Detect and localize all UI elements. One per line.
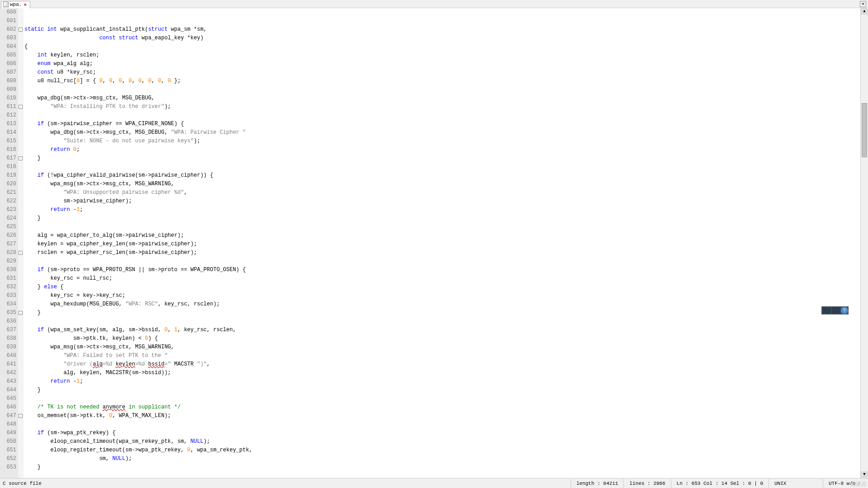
code-line[interactable]: { bbox=[24, 42, 860, 51]
code-line[interactable]: } bbox=[24, 463, 860, 472]
code-line[interactable] bbox=[24, 111, 860, 120]
code-line[interactable] bbox=[24, 317, 860, 326]
code-line[interactable]: "WPA: Unsupported pairwise cipher %d", bbox=[24, 188, 860, 197]
code-line[interactable]: key_rsc = key->key_rsc; bbox=[24, 291, 860, 300]
code-view[interactable]: static int wpa_supplicant_install_ptk(st… bbox=[24, 8, 860, 478]
line-number-gutter: 6006016026036046056066076086096106116126… bbox=[0, 8, 18, 478]
scroll-down-arrow[interactable]: ▼ bbox=[861, 471, 868, 478]
code-line[interactable]: "Suite: NONE - do not use pairwise keys"… bbox=[24, 137, 860, 145]
status-length: length : 84211 bbox=[571, 479, 623, 488]
fold-toggle[interactable]: - bbox=[19, 414, 23, 418]
code-line[interactable]: sm->ptk.tk, keylen) < 0) { bbox=[24, 334, 860, 343]
floating-widget[interactable]: ? bbox=[821, 306, 849, 314]
file-tab[interactable]: wpa. × bbox=[1, 1, 30, 8]
code-line[interactable]: keylen = wpa_cipher_key_len(sm->pairwise… bbox=[24, 240, 860, 249]
code-line[interactable]: if (wpa_sm_set_key(sm, alg, sm->bssid, 0… bbox=[24, 326, 860, 334]
fold-toggle[interactable]: - bbox=[19, 311, 23, 315]
code-line[interactable]: "driver (alg=%d keylen=%d bssid=" MACSTR… bbox=[24, 360, 860, 369]
code-line[interactable]: wpa_dbg(sm->ctx->msg_ctx, MSG_DEBUG, bbox=[24, 94, 860, 103]
document-icon bbox=[3, 2, 9, 7]
widget-bar-icon bbox=[832, 307, 840, 314]
code-line[interactable]: if (sm->proto == WPA_PROTO_RSN || sm->pr… bbox=[24, 266, 860, 274]
code-line[interactable]: eloop_cancel_timeout(wpa_sm_rekey_ptk, s… bbox=[24, 437, 860, 446]
code-line[interactable]: sm, NULL); bbox=[24, 455, 860, 463]
scroll-thumb[interactable] bbox=[862, 103, 867, 157]
code-line[interactable]: wpa_dbg(sm->ctx->msg_ctx, MSG_DEBUG, "WP… bbox=[24, 128, 860, 137]
close-icon[interactable]: × bbox=[24, 2, 28, 7]
code-line[interactable]: } bbox=[24, 214, 860, 223]
code-line[interactable] bbox=[24, 472, 860, 478]
code-line[interactable]: int keylen, rsclen; bbox=[24, 51, 860, 60]
code-line[interactable]: u8 null_rsc[8] = { 0, 0, 0, 0, 0, 0, 0, … bbox=[24, 77, 860, 85]
code-line[interactable]: wpa_hexdump(MSG_DEBUG, "WPA: RSC", key_r… bbox=[24, 300, 860, 309]
fold-toggle[interactable]: - bbox=[19, 251, 23, 255]
code-line[interactable]: "WPA: Installing PTK to the driver"); bbox=[24, 103, 860, 111]
fold-column[interactable]: ------ bbox=[18, 8, 24, 478]
code-line[interactable]: wpa_msg(sm->ctx->msg_ctx, MSG_WARNING, bbox=[24, 343, 860, 352]
code-line[interactable]: if (!wpa_cipher_valid_pairwise(sm->pairw… bbox=[24, 171, 860, 180]
status-os: UNIX bbox=[769, 479, 823, 488]
fold-toggle[interactable]: - bbox=[19, 28, 23, 32]
watermark-text: 亿速云 bbox=[850, 480, 866, 488]
code-line[interactable]: } else { bbox=[24, 283, 860, 291]
code-line[interactable]: rsclen = wpa_cipher_rsc_len(sm->pairwise… bbox=[24, 249, 860, 257]
status-language: C source file bbox=[0, 481, 42, 486]
code-line[interactable]: sm->pairwise_cipher); bbox=[24, 197, 860, 206]
fold-toggle[interactable]: - bbox=[19, 105, 23, 109]
widget-bar-icon bbox=[822, 307, 831, 314]
code-line[interactable]: static int wpa_supplicant_install_ptk(st… bbox=[24, 25, 860, 34]
code-line[interactable]: key_rsc = null_rsc; bbox=[24, 274, 860, 283]
code-line[interactable]: return -1; bbox=[24, 206, 860, 214]
code-line[interactable] bbox=[24, 257, 860, 266]
code-line[interactable] bbox=[24, 85, 860, 94]
code-line[interactable]: /* TK is not needed anymore in supplican… bbox=[24, 403, 860, 412]
code-line[interactable]: const u8 *key_rsc; bbox=[24, 68, 860, 77]
code-line[interactable]: alg, keylen, MAC2STR(sm->bssid)); bbox=[24, 369, 860, 377]
code-line[interactable]: } bbox=[24, 386, 860, 394]
status-bar: C source file length : 84211 lines : 296… bbox=[0, 478, 868, 488]
new-tab-button[interactable]: + bbox=[860, 1, 866, 7]
code-line[interactable] bbox=[24, 223, 860, 231]
code-line[interactable]: } bbox=[24, 309, 860, 317]
code-line[interactable]: const struct wpa_eapol_key *key) bbox=[24, 34, 860, 42]
code-line[interactable]: return -1; bbox=[24, 377, 860, 386]
code-line[interactable]: enum wpa_alg alg; bbox=[24, 60, 860, 68]
code-line[interactable]: if (sm->wpa_ptk_rekey) { bbox=[24, 429, 860, 437]
scroll-up-arrow[interactable]: ▲ bbox=[861, 8, 868, 15]
tab-filename: wpa. bbox=[10, 2, 22, 7]
code-line[interactable]: return 0; bbox=[24, 145, 860, 154]
status-position: Ln : 653 Col : 14 Sel : 0 | 0 bbox=[671, 479, 769, 488]
code-line[interactable]: if (sm->pairwise_cipher == WPA_CIPHER_NO… bbox=[24, 120, 860, 128]
vertical-scrollbar[interactable]: ▲ ▼ bbox=[860, 8, 868, 478]
code-line[interactable]: eloop_register_timeout(sm->wpa_ptk_rekey… bbox=[24, 446, 860, 455]
fold-toggle[interactable]: - bbox=[19, 156, 23, 160]
code-line[interactable]: os_memset(sm->ptk.tk, 0, WPA_TK_MAX_LEN)… bbox=[24, 412, 860, 420]
code-line[interactable]: } bbox=[24, 154, 860, 163]
help-icon[interactable]: ? bbox=[841, 307, 848, 314]
code-line[interactable]: wpa_msg(sm->ctx->msg_ctx, MSG_WARNING, bbox=[24, 180, 860, 188]
code-line[interactable] bbox=[24, 420, 860, 429]
code-line[interactable]: alg = wpa_cipher_to_alg(sm->pairwise_cip… bbox=[24, 231, 860, 240]
code-line[interactable] bbox=[24, 163, 860, 171]
status-lines: lines : 2966 bbox=[623, 479, 670, 488]
editor-area: 6006016026036046056066076086096106116126… bbox=[0, 8, 868, 478]
tab-bar: wpa. × + bbox=[0, 0, 868, 8]
code-line[interactable]: "WPA: Failed to set PTK to the " bbox=[24, 352, 860, 360]
code-line[interactable] bbox=[24, 394, 860, 403]
